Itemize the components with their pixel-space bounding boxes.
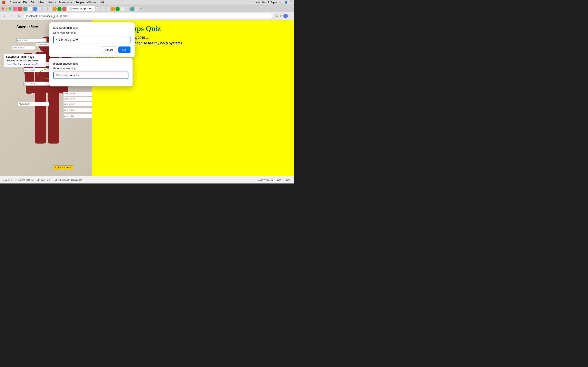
status-format: HTML Unicode (UTF-8) · Unix (LF) ·	[16, 179, 51, 181]
forward-button[interactable]: ›	[9, 13, 15, 19]
dialog-bottom: localhost:8888 says Enter your wording	[49, 58, 133, 86]
tab-favicon-18[interactable]	[125, 7, 130, 11]
dialog-top-ok[interactable]: OK	[118, 47, 131, 53]
tab-favicon-17[interactable]	[120, 7, 125, 11]
dialog-top-label: Enter your wording	[53, 31, 130, 34]
zoom-level: 100%	[286, 179, 292, 181]
tab-favicon-9[interactable]	[52, 7, 57, 11]
status-size: 5,880 / 800 / 72	[258, 179, 273, 181]
status-position: L: 32 C: 3	[2, 179, 12, 181]
dialog-bottom-label: Enter your wording	[53, 67, 129, 70]
active-tab[interactable]: muscle_groups.html ×	[67, 6, 95, 11]
menu-time: Wed 1:35 pm	[262, 1, 277, 4]
tab-favicon-1[interactable]	[13, 7, 17, 11]
apple-menu[interactable]: 🍎	[2, 0, 6, 4]
dialog-top-input[interactable]	[53, 36, 130, 43]
menu-search-icon[interactable]: 🔍	[279, 1, 282, 4]
tab-favicon-2[interactable]	[18, 7, 22, 11]
browser-content: Anterior View	[0, 20, 294, 176]
reload-button[interactable]: ↻	[16, 13, 22, 19]
back-button[interactable]: ‹	[2, 13, 7, 19]
menu-window[interactable]: Window	[87, 1, 96, 4]
address-text: localhost:8888/muscle_groups.html	[26, 15, 68, 17]
dialog-top-cancel[interactable]: Cancel	[101, 47, 116, 53]
bookmark-icon[interactable]: ☆	[279, 14, 282, 17]
tab-favicon-15[interactable]	[111, 7, 115, 11]
tab-favicon-6[interactable]	[38, 7, 42, 11]
traffic-maximize[interactable]	[9, 7, 11, 10]
dialog-backdrop: localhost:8888 says Enter your wording C…	[0, 20, 294, 176]
menu-edit[interactable]: Edit	[31, 1, 35, 4]
menu-view[interactable]: View	[38, 1, 44, 4]
menu-history[interactable]: History	[47, 1, 56, 4]
downloads-bar: 📄 IMG_1407.JPG ∧ Show All ✕	[0, 183, 294, 184]
tab-favicon-13[interactable]	[101, 7, 105, 11]
nav-icons: 🔍 ☆ P ⋮	[275, 14, 292, 18]
status-bar: L: 32 C: 3 HTML Unicode (UTF-8) · Unix (…	[0, 176, 294, 183]
tab-favicon-16[interactable]	[115, 7, 120, 11]
menu-dots-icon[interactable]: ⋮	[289, 14, 292, 18]
status-right: 5,880 / 800 / 72 100% 100%	[258, 179, 292, 181]
tab-favicon-10[interactable]	[57, 7, 62, 11]
tab-favicon-12[interactable]	[96, 7, 100, 11]
new-tab-button[interactable]: +	[141, 7, 142, 10]
menu-bar: 🍎 Chrome File Edit View History Bookmark…	[0, 0, 294, 4]
menu-list-icon[interactable]: ☰	[290, 1, 292, 4]
tab-favicon-3[interactable]	[23, 7, 27, 11]
status-saved: Saved: 30/1/19, 1:35:23 pm	[54, 179, 82, 181]
dialog-bottom-header: localhost:8888 says	[53, 62, 129, 65]
tab-close-icon[interactable]: ×	[92, 8, 94, 10]
tab-favicon-20[interactable]	[135, 7, 139, 11]
address-bar[interactable]: localhost:8888/muscle_groups.html	[24, 13, 273, 19]
active-tab-title: muscle_groups.html	[72, 8, 91, 10]
menu-bookmarks[interactable]: Bookmarks	[59, 1, 72, 4]
menu-people[interactable]: People	[76, 1, 84, 4]
tab-favicon-8[interactable]	[47, 7, 52, 11]
menu-profile-icon[interactable]: 👤	[285, 1, 288, 4]
nav-bar: ‹ › ↻ localhost:8888/muscle_groups.html …	[0, 12, 294, 20]
tab-favicon-7[interactable]	[43, 7, 47, 11]
profile-icon[interactable]: P	[283, 14, 288, 18]
tab-favicon-4[interactable]	[28, 7, 32, 11]
dialog-top-header: localhost:8888 says	[53, 26, 130, 30]
menu-file[interactable]: File	[23, 1, 27, 4]
tab-favicon-14[interactable]	[105, 7, 110, 11]
traffic-minimize[interactable]	[5, 7, 8, 10]
tab-favicon-5[interactable]	[33, 7, 37, 11]
menu-help[interactable]: Help	[100, 1, 105, 4]
browser-chrome: muscle_groups.html × + ‹ › ↻ localhost:8…	[0, 4, 294, 20]
tab-favicon-19[interactable]	[130, 7, 135, 11]
status-zoom: 100%	[277, 179, 283, 181]
menu-battery: 64%	[255, 1, 260, 4]
dialog-top-buttons: Cancel OK	[53, 47, 130, 53]
traffic-close[interactable]	[2, 7, 4, 10]
menu-bar-right: 64% Wed 1:35 pm 🔍 👤 ☰	[255, 1, 292, 4]
dialog-top: localhost:8888 says Enter your wording C…	[49, 22, 135, 57]
menu-chrome[interactable]: Chrome	[10, 1, 20, 4]
dialog-bottom-input[interactable]	[53, 72, 129, 79]
tab-favicon-11[interactable]	[62, 7, 67, 11]
zoom-icon[interactable]: 🔍	[275, 14, 278, 17]
